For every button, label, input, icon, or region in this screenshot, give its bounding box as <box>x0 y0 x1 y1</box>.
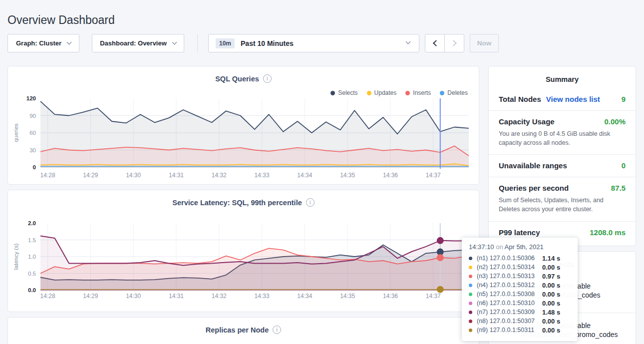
chart-hover-tooltip: 14:37:10 on Apr 5th, 2021 (n1) 127.0.0.1… <box>462 238 578 341</box>
svg-text:14:31: 14:31 <box>169 172 184 179</box>
legend-item[interactable]: Updates <box>367 89 397 96</box>
svg-text:0: 0 <box>33 164 36 170</box>
summary-label: Capacity Usage <box>499 117 555 126</box>
svg-text:14:28: 14:28 <box>40 172 55 179</box>
svg-text:14:35: 14:35 <box>340 172 355 179</box>
controls-divider <box>197 34 198 52</box>
dashboard-controls: Graph: Cluster Dashboard: Overview 10m P… <box>0 34 644 52</box>
latency-chart-card[interactable]: Service Latency: SQL, 99th percentile i … <box>7 190 479 312</box>
summary-value: 0 <box>622 161 626 170</box>
tooltip-node-value: 0.00 s <box>542 282 560 289</box>
tooltip-row: (n2) 127.0.0.1:503140.00 s <box>469 263 571 272</box>
tooltip-timestamp: 14:37:10 on Apr 5th, 2021 <box>469 243 571 251</box>
legend-dot-icon <box>330 91 335 95</box>
svg-text:0.0: 0.0 <box>28 287 36 293</box>
sql-queries-chart[interactable]: 14:2814:2914:3014:3114:3214:3314:3414:35… <box>8 66 480 185</box>
now-button-label: Now <box>477 39 492 47</box>
page-title: Overview Dashboard <box>7 13 115 27</box>
svg-text:14:29: 14:29 <box>83 172 98 179</box>
chevron-right-icon <box>450 40 457 46</box>
summary-panel-title: Summary <box>489 75 636 83</box>
tooltip-row: (n4) 127.0.0.1:503120.00 s <box>469 281 571 290</box>
time-range-dropdown[interactable]: 10m Past 10 Minutes <box>208 34 419 52</box>
svg-text:14:30: 14:30 <box>126 293 141 300</box>
svg-text:14:37: 14:37 <box>426 172 441 179</box>
legend-label: Selects <box>338 89 357 96</box>
svg-text:14:30: 14:30 <box>126 172 141 179</box>
svg-text:14:34: 14:34 <box>297 172 312 179</box>
svg-text:1.0: 1.0 <box>28 254 36 260</box>
series-dot-icon <box>469 320 472 323</box>
svg-text:14:29: 14:29 <box>83 293 98 300</box>
legend-item[interactable]: Inserts <box>405 89 431 96</box>
summary-label: Total Nodes <box>499 95 541 103</box>
tooltip-row: (n1) 127.0.0.1:503061.14 s <box>469 254 571 263</box>
legend-item[interactable]: Deletes <box>440 89 468 96</box>
replicas-chart-title: Replicas per Node i <box>8 326 479 334</box>
svg-text:30: 30 <box>29 147 36 153</box>
time-prev-button[interactable] <box>425 34 445 52</box>
summary-row: Capacity Usage0.00%You are using 0 B of … <box>489 111 636 155</box>
dashboard-dropdown[interactable]: Dashboard: Overview <box>92 34 184 52</box>
now-button[interactable]: Now <box>470 34 499 52</box>
svg-text:14:33: 14:33 <box>255 172 270 179</box>
info-icon[interactable]: i <box>263 74 272 83</box>
series-dot-icon <box>469 302 472 305</box>
series-dot-icon <box>469 257 472 260</box>
time-next-button[interactable] <box>444 34 464 52</box>
summary-value: 87.5 <box>611 184 626 192</box>
legend-label: Updates <box>374 89 397 96</box>
tooltip-on-word: on <box>496 243 503 251</box>
time-range-badge: 10m <box>216 38 235 48</box>
svg-text:latency (s): latency (s) <box>13 243 19 270</box>
svg-text:14:32: 14:32 <box>212 293 227 300</box>
series-dot-icon <box>469 293 472 296</box>
svg-text:14:33: 14:33 <box>255 293 270 300</box>
tooltip-node-value: 0.00 s <box>542 300 560 307</box>
summary-label: P99 latency <box>499 228 540 237</box>
sql-queries-chart-card[interactable]: SQL Queries i SelectsUpdatesInsertsDelet… <box>7 66 479 185</box>
svg-text:14:35: 14:35 <box>340 293 355 300</box>
summary-label: Unavailable ranges <box>499 161 567 170</box>
chevron-down-icon <box>67 40 72 45</box>
series-dot-icon <box>469 329 472 332</box>
summary-row: Queries per second87.5Sum of Selects, Up… <box>489 177 636 221</box>
legend-item[interactable]: Selects <box>330 89 357 96</box>
summary-value: 0.00% <box>604 117 626 126</box>
legend-dot-icon <box>440 91 444 95</box>
sql-queries-chart-title: SQL Queries i <box>8 74 479 83</box>
svg-text:14:36: 14:36 <box>383 293 398 300</box>
replicas-chart-card[interactable]: Replicas per Node i <box>7 317 479 344</box>
svg-text:14:34: 14:34 <box>297 293 312 300</box>
tooltip-row: (n7) 127.0.0.1:503091.48 s <box>469 308 571 317</box>
sql-legend: SelectsUpdatesInsertsDeletes <box>330 89 468 96</box>
latency-chart-title: Service Latency: SQL, 99th percentile i <box>8 198 479 207</box>
tooltip-node-value: 0.00 s <box>542 291 560 298</box>
tooltip-node-label: (n5) 127.0.0.1:50308 <box>477 291 542 298</box>
latency-chart[interactable]: 14:2814:2914:3014:3114:3214:3314:3414:35… <box>8 190 480 313</box>
summary-description: Sum of Selects, Updates, Inserts, and De… <box>499 196 626 214</box>
info-icon[interactable]: i <box>273 326 281 334</box>
view-nodes-link[interactable]: View nodes list <box>546 95 600 103</box>
summary-label: Queries per second <box>499 184 569 192</box>
svg-text:14:37: 14:37 <box>426 293 441 300</box>
dashboard-dropdown-label: Dashboard: Overview <box>100 39 167 47</box>
tooltip-node-label: (n9) 127.0.0.1:50311 <box>477 327 542 334</box>
chevron-down-icon <box>406 39 411 44</box>
tooltip-row: (n8) 127.0.0.1:503070.00 s <box>469 317 571 326</box>
tooltip-node-label: (n3) 127.0.0.1:50313 <box>477 273 542 280</box>
tooltip-node-value: 1.48 s <box>542 309 560 316</box>
graph-dropdown[interactable]: Graph: Cluster <box>7 34 79 52</box>
summary-description: You are using 0 B of 4.5 GiB usable disk… <box>499 129 626 147</box>
svg-text:1.5: 1.5 <box>28 237 36 243</box>
summary-panel: Summary Total NodesView nodes list9Capac… <box>488 66 636 246</box>
legend-label: Inserts <box>413 89 431 96</box>
graph-dropdown-label: Graph: Cluster <box>16 39 61 47</box>
tooltip-node-label: (n2) 127.0.0.1:50314 <box>477 264 542 271</box>
summary-row: Unavailable ranges0 <box>489 155 636 177</box>
info-icon[interactable]: i <box>306 198 315 207</box>
svg-text:14:36: 14:36 <box>383 172 398 179</box>
legend-dot-icon <box>367 91 371 95</box>
svg-text:14:31: 14:31 <box>169 293 184 300</box>
tooltip-row: (n5) 127.0.0.1:503080.00 s <box>469 290 571 299</box>
